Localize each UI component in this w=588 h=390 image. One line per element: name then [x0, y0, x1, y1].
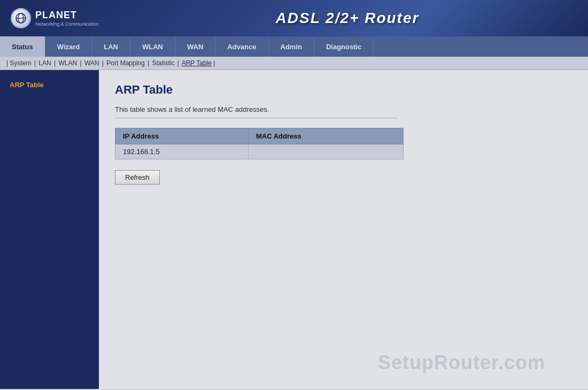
- col-header-mac: MAC Address: [249, 128, 404, 144]
- nav-item-status[interactable]: Status: [0, 36, 45, 57]
- cell-mac: [249, 144, 404, 159]
- content-area: ARP Table This table shows a list of lea…: [99, 70, 588, 389]
- breadcrumb-arp-table: ARP Table: [182, 59, 212, 67]
- nav-bar: Status Wizard LAN WLAN WAN Advance Admin…: [0, 36, 588, 57]
- sidebar: ARP Table: [0, 70, 99, 389]
- logo-area: PLANET Networking & Communication: [11, 8, 118, 28]
- breadcrumb-statistic[interactable]: Statistic: [152, 59, 174, 67]
- cell-ip: 192.168.1.5: [115, 144, 249, 159]
- nav-item-diagnostic[interactable]: Diagnostic: [314, 36, 374, 57]
- col-header-ip: IP Address: [115, 128, 249, 144]
- header-title: ADSL 2/2+ Router: [118, 10, 577, 27]
- breadcrumb: | System | LAN | WLAN | WAN | Port Mappi…: [0, 57, 588, 70]
- page-title: ARP Table: [115, 83, 572, 97]
- sidebar-item-arp-table[interactable]: ARP Table: [0, 75, 99, 94]
- arp-table: IP Address MAC Address 192.168.1.5: [115, 128, 404, 159]
- breadcrumb-system[interactable]: System: [10, 59, 31, 67]
- nav-item-wan[interactable]: WAN: [175, 36, 215, 57]
- main-layout: ARP Table ARP Table This table shows a l…: [0, 70, 588, 389]
- logo-icon: [11, 8, 31, 28]
- nav-item-wlan[interactable]: WLAN: [130, 36, 175, 57]
- breadcrumb-port-mapping[interactable]: Port Mapping: [106, 59, 144, 67]
- nav-item-wizard[interactable]: Wizard: [45, 36, 92, 57]
- divider: [115, 118, 398, 118]
- breadcrumb-lan[interactable]: LAN: [38, 59, 51, 67]
- nav-item-admin[interactable]: Admin: [269, 36, 314, 57]
- table-row: 192.168.1.5: [115, 144, 404, 159]
- nav-item-lan[interactable]: LAN: [92, 36, 130, 57]
- logo-sub: Networking & Communication: [35, 21, 99, 27]
- header: PLANET Networking & Communication ADSL 2…: [0, 0, 588, 36]
- description: This table shows a list of learned MAC a…: [115, 105, 572, 113]
- refresh-button[interactable]: Refresh: [115, 170, 160, 185]
- logo-text: PLANET: [35, 10, 77, 20]
- breadcrumb-wlan[interactable]: WLAN: [58, 59, 77, 67]
- nav-item-advance[interactable]: Advance: [215, 36, 268, 57]
- breadcrumb-wan[interactable]: WAN: [84, 59, 99, 67]
